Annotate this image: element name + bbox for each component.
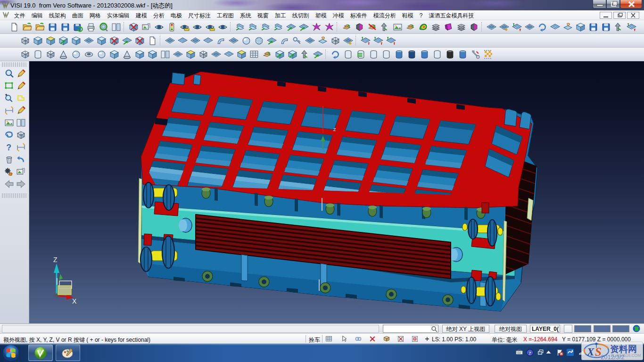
svg-text:2012/3/2: 2012/3/2 — [601, 354, 625, 360]
svg-text:Z: Z — [333, 127, 336, 132]
svg-text:X: X — [72, 297, 77, 305]
svg-text:Z: Z — [53, 256, 58, 263]
svg-text:X: X — [586, 346, 594, 358]
svg-text:资料网: 资料网 — [610, 344, 637, 354]
